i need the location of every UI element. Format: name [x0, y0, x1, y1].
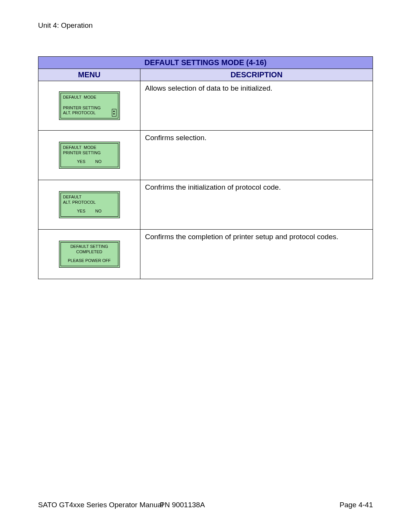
table-row: DEFAULT SETTING COMPLETED PLEASE POWER O…: [38, 230, 373, 279]
description-cell: Allows selection of data to be initializ…: [140, 81, 373, 131]
description-cell: Confirms selection.: [140, 131, 373, 180]
table-title: DEFAULT SETTINGS MODE (4-16): [38, 57, 373, 69]
lcd-screen: DEFAULT SETTING COMPLETED PLEASE POWER O…: [59, 241, 120, 268]
table-row: DEFAULT MODE PRINTER SETTING ALT. PROTOC…: [38, 81, 373, 131]
lcd-option-no: NO: [95, 159, 102, 165]
page-footer: SATO GT4xxe Series Operator Manual PN 90…: [38, 501, 373, 509]
settings-table: DEFAULT SETTINGS MODE (4-16) MENU DESCRI…: [38, 56, 373, 279]
description-cell: Confirms the completion of printer setup…: [140, 230, 373, 279]
lcd-option-yes: YES: [77, 159, 85, 165]
lcd-line: DEFAULT: [63, 195, 116, 200]
lcd-line: DEFAULT SETTING: [63, 244, 116, 249]
table-row: DEFAULT MODE PRINTER SETTING YES NO Conf…: [38, 131, 373, 180]
lcd-line: DEFAULT MODE: [63, 95, 116, 100]
lcd-line: [63, 100, 116, 105]
lcd-line: DEFAULT MODE: [63, 145, 116, 150]
footer-page-number: Page 4-41: [339, 501, 373, 509]
col-header-description: DESCRIPTION: [140, 69, 373, 81]
col-header-menu: MENU: [38, 69, 140, 81]
lcd-line: ALT. PROTOCOL: [63, 200, 116, 205]
lcd-line: PRINTER SETTING: [63, 105, 116, 111]
lcd-option-no: NO: [95, 209, 102, 214]
lcd-screen: DEFAULT ALT. PROTOCOL YES NO: [59, 191, 120, 218]
lcd-line: PRINTER SETTING: [63, 150, 116, 156]
footer-part-number: PN 9001138A: [160, 501, 205, 509]
lcd-line: COMPLETED: [63, 249, 116, 255]
lcd-line: ALT. PROTOCOL: [63, 110, 116, 116]
lcd-line: PLEASE POWER OFF: [63, 258, 116, 264]
lcd-screen: DEFAULT MODE PRINTER SETTING ALT. PROTOC…: [59, 91, 120, 120]
unit-header: Unit 4: Operation: [38, 21, 373, 30]
description-cell: Confrims the initialization of protocol …: [140, 180, 373, 230]
up-down-arrows-icon: ▲▼: [112, 109, 116, 117]
lcd-option-yes: YES: [77, 209, 85, 214]
table-row: DEFAULT ALT. PROTOCOL YES NO Confrims th…: [38, 180, 373, 230]
lcd-screen: DEFAULT MODE PRINTER SETTING YES NO: [59, 142, 120, 169]
footer-manual-title: SATO GT4xxe Series Operator Manual: [38, 501, 163, 509]
